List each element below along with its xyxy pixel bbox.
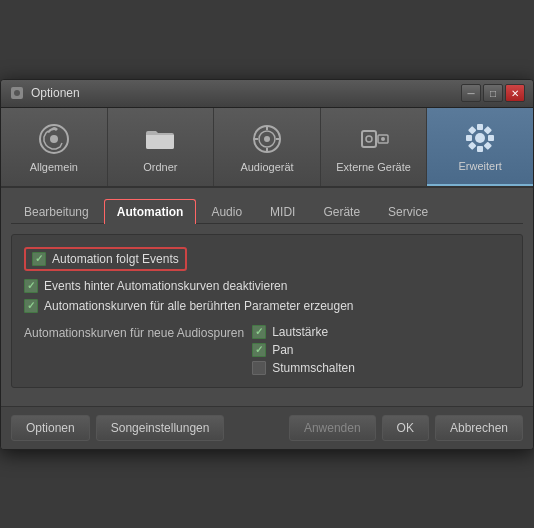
stummschalten-label: Stummschalten [272, 361, 355, 375]
automation-folgt-events-highlight: Automation folgt Events [24, 247, 187, 271]
minimize-button[interactable]: ─ [461, 84, 481, 102]
toolbar-item-ordner[interactable]: Ordner [108, 108, 215, 186]
lautstaerke-label: Lautstärke [272, 325, 328, 339]
tab-automation[interactable]: Automation [104, 199, 197, 224]
footer-right-buttons: Anwenden OK Abbrechen [289, 415, 523, 441]
toolbar-label-erweitert: Erweitert [458, 160, 501, 172]
kurven-erzeugen-cb-box[interactable] [24, 299, 38, 313]
options-window: Optionen ─ □ ✕ Allgemein [0, 79, 534, 450]
pan-cb-box[interactable] [252, 343, 266, 357]
songeinstellungen-button[interactable]: Songeinstellungen [96, 415, 225, 441]
optionen-button[interactable]: Optionen [11, 415, 90, 441]
tab-bar: Bearbeitung Automation Audio MIDI Geräte… [11, 198, 523, 224]
tab-service[interactable]: Service [375, 199, 441, 224]
lautstaerke-checkbox[interactable]: Lautstärke [252, 325, 355, 339]
audiospuren-sub-section: Automationskurven für neue Audiospuren L… [24, 325, 510, 375]
toolbar-label-externe-geraete: Externe Geräte [336, 161, 411, 173]
svg-rect-23 [468, 125, 476, 133]
tab-audio[interactable]: Audio [198, 199, 255, 224]
window-title: Optionen [31, 86, 80, 100]
toolbar-label-ordner: Ordner [143, 161, 177, 173]
lautstaerke-cb-box[interactable] [252, 325, 266, 339]
kurven-erzeugen-row: Automationskurven für alle berührten Par… [24, 299, 510, 313]
svg-point-3 [50, 135, 58, 143]
gear-advanced-icon [462, 120, 498, 156]
svg-point-14 [381, 137, 385, 141]
kurven-erzeugen-checkbox[interactable]: Automationskurven für alle berührten Par… [24, 299, 354, 313]
svg-rect-22 [466, 135, 472, 141]
events-deaktivieren-checkbox[interactable]: Events hinter Automationskurven deaktivi… [24, 279, 287, 293]
toolbar-item-erweitert[interactable]: Erweitert [427, 108, 533, 186]
title-bar: Optionen ─ □ ✕ [1, 80, 533, 108]
audiospuren-row: Automationskurven für neue Audiospuren L… [24, 325, 510, 375]
stummschalten-cb-box[interactable] [252, 361, 266, 375]
anwenden-button[interactable]: Anwenden [289, 415, 376, 441]
ok-button[interactable]: OK [382, 415, 429, 441]
automation-folgt-events-checkbox[interactable]: Automation folgt Events [32, 252, 179, 266]
footer: Optionen Songeinstellungen Anwenden OK A… [1, 406, 533, 449]
footer-left-buttons: Optionen Songeinstellungen [11, 415, 283, 441]
events-deaktivieren-row: Events hinter Automationskurven deaktivi… [24, 279, 510, 293]
tab-geraete[interactable]: Geräte [310, 199, 373, 224]
svg-point-15 [475, 133, 485, 143]
abbrechen-button[interactable]: Abbrechen [435, 415, 523, 441]
toolbar-label-allgemein: Allgemein [30, 161, 78, 173]
events-deaktivieren-label: Events hinter Automationskurven deaktivi… [44, 279, 287, 293]
svg-rect-18 [488, 135, 494, 141]
svg-rect-11 [362, 131, 376, 147]
content-area: Bearbeitung Automation Audio MIDI Geräte… [1, 188, 533, 406]
folder-icon [142, 121, 178, 157]
stummschalten-checkbox[interactable]: Stummschalten [252, 361, 355, 375]
svg-point-12 [366, 136, 372, 142]
settings-circular-icon [36, 121, 72, 157]
window-icon [9, 85, 25, 101]
svg-rect-19 [484, 141, 492, 149]
tab-midi[interactable]: MIDI [257, 199, 308, 224]
audio-device-icon [249, 121, 285, 157]
tab-bearbeitung[interactable]: Bearbeitung [11, 199, 102, 224]
toolbar-item-externe-geraete[interactable]: Externe Geräte [321, 108, 428, 186]
audiospuren-label: Automationskurven für neue Audiospuren [24, 325, 244, 340]
svg-rect-20 [477, 146, 483, 152]
pan-checkbox[interactable]: Pan [252, 343, 355, 357]
toolbar-label-audiogeraet: Audiogerät [240, 161, 293, 173]
audiospuren-checkboxes: Lautstärke Pan Stummschalten [252, 325, 355, 375]
svg-rect-16 [477, 124, 483, 130]
automation-folgt-events-label: Automation folgt Events [52, 252, 179, 266]
svg-rect-17 [484, 125, 492, 133]
toolbar-item-audiogeraet[interactable]: Audiogerät [214, 108, 321, 186]
automation-panel: Automation folgt Events Events hinter Au… [11, 234, 523, 388]
close-button[interactable]: ✕ [505, 84, 525, 102]
kurven-erzeugen-label: Automationskurven für alle berührten Par… [44, 299, 354, 313]
toolbar-item-allgemein[interactable]: Allgemein [1, 108, 108, 186]
svg-point-6 [264, 136, 270, 142]
external-device-icon [356, 121, 392, 157]
events-deaktivieren-cb-box[interactable] [24, 279, 38, 293]
toolbar: Allgemein Ordner [1, 108, 533, 188]
svg-rect-21 [468, 141, 476, 149]
svg-point-1 [14, 90, 20, 96]
pan-label: Pan [272, 343, 293, 357]
automation-folgt-events-cb-box[interactable] [32, 252, 46, 266]
maximize-button[interactable]: □ [483, 84, 503, 102]
